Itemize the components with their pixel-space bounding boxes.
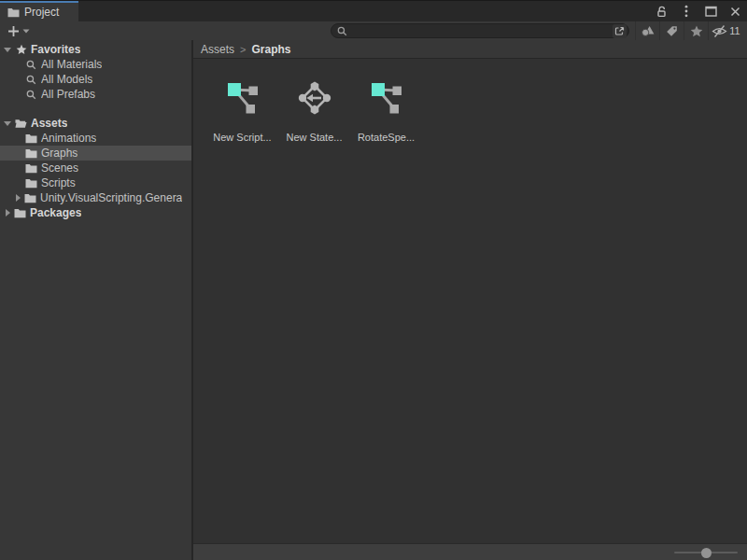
folder-icon: [7, 7, 20, 18]
item-label: Scripts: [41, 176, 76, 189]
foldout-closed-icon[interactable]: [6, 209, 10, 217]
project-sidebar: Favorites All Materials All Models All P…: [0, 40, 193, 560]
item-label: All Models: [41, 73, 92, 86]
sidebar-item-unity-visualscripting[interactable]: Unity.VisualScripting.Genera: [0, 190, 191, 205]
search-by-label-button[interactable]: [659, 21, 684, 40]
folder-icon: [14, 207, 26, 218]
sidebar-section-packages[interactable]: Packages: [0, 205, 191, 220]
folder-open-icon: [15, 118, 27, 129]
script-graph-icon: [369, 80, 404, 116]
sidebar-item-all-materials[interactable]: All Materials: [0, 57, 191, 72]
asset-label: RotateSpe...: [358, 132, 415, 143]
open-search-window-icon[interactable]: [613, 24, 627, 38]
tab-label: Project: [24, 6, 59, 19]
asset-grid: New Script... New: [193, 59, 747, 543]
breadcrumb-graphs[interactable]: Graphs: [251, 43, 290, 56]
sidebar-item-scripts[interactable]: Scripts: [0, 175, 191, 190]
kebab-menu-icon[interactable]: [680, 5, 693, 18]
foldout-open-icon[interactable]: [4, 48, 11, 52]
asset-item-new-state[interactable]: New State...: [278, 80, 350, 143]
item-label: Scenes: [41, 161, 78, 175]
folder-icon: [25, 147, 37, 159]
unlock-icon[interactable]: [655, 5, 669, 18]
breadcrumb-separator-icon: >: [240, 44, 246, 55]
sidebar-item-all-prefabs[interactable]: All Prefabs: [0, 87, 191, 102]
create-asset-button[interactable]: [4, 21, 34, 40]
breadcrumb: Assets > Graphs: [193, 40, 747, 59]
search-icon: [25, 74, 37, 85]
search-icon: [337, 26, 347, 36]
thumbnail-zoom-slider[interactable]: [674, 548, 738, 557]
foldout-open-icon[interactable]: [4, 121, 11, 126]
window-controls: [655, 1, 741, 21]
search-by-type-button[interactable]: [635, 21, 659, 40]
state-graph-icon: [297, 80, 332, 116]
item-label: All Prefabs: [41, 88, 95, 101]
plus-icon: [7, 25, 20, 37]
search-icon: [25, 89, 37, 100]
asset-label: New State...: [287, 132, 343, 143]
star-icon: [690, 25, 703, 37]
sidebar-item-graphs[interactable]: Graphs: [0, 146, 191, 161]
content-pane: Assets > Graphs New Script: [193, 40, 747, 560]
unity-project-window: Project: [0, 0, 747, 560]
section-label: Favorites: [31, 43, 80, 56]
item-label: Unity.VisualScripting.Genera: [40, 191, 182, 204]
breadcrumb-assets[interactable]: Assets: [201, 43, 234, 56]
tab-bar: Project: [0, 1, 747, 21]
maximize-icon[interactable]: [704, 5, 717, 18]
main-area: Favorites All Materials All Models All P…: [0, 40, 747, 560]
star-icon: [15, 44, 27, 55]
folder-icon: [25, 162, 37, 174]
chevron-down-icon: [22, 29, 30, 34]
folder-icon: [25, 177, 37, 189]
tab-project[interactable]: Project: [0, 1, 78, 21]
foldout-closed-icon[interactable]: [16, 194, 21, 202]
sidebar-item-animations[interactable]: Animations: [0, 131, 191, 146]
sidebar-section-assets[interactable]: Assets: [0, 116, 191, 131]
hidden-count: 11: [729, 25, 740, 36]
folder-icon: [24, 192, 36, 203]
shapes-icon: [641, 25, 655, 36]
status-bar: [193, 543, 747, 560]
folder-icon: [25, 133, 37, 144]
hidden-objects-button[interactable]: 11: [708, 21, 743, 40]
slider-thumb[interactable]: [701, 548, 712, 558]
favorites-filter-button[interactable]: [684, 21, 708, 40]
search-icon: [25, 59, 37, 70]
search-input[interactable]: [347, 24, 613, 37]
script-graph-icon: [225, 80, 261, 116]
section-label: Packages: [30, 206, 81, 219]
item-label: All Materials: [41, 58, 102, 71]
search-field[interactable]: [331, 23, 629, 38]
item-label: Animations: [41, 132, 96, 145]
asset-item-new-script[interactable]: New Script...: [206, 80, 278, 143]
section-label: Assets: [31, 117, 67, 130]
sidebar-item-scenes[interactable]: Scenes: [0, 161, 191, 175]
eye-slash-icon: [712, 25, 727, 37]
asset-item-rotatespeed[interactable]: RotateSpe...: [350, 80, 422, 143]
sidebar-item-all-models[interactable]: All Models: [0, 72, 191, 87]
asset-label: New Script...: [213, 132, 271, 143]
item-label: Graphs: [41, 147, 78, 160]
close-icon[interactable]: [728, 5, 741, 18]
sidebar-section-favorites[interactable]: Favorites: [0, 42, 191, 57]
project-toolbar: 11: [0, 21, 747, 40]
tag-icon: [666, 25, 678, 37]
